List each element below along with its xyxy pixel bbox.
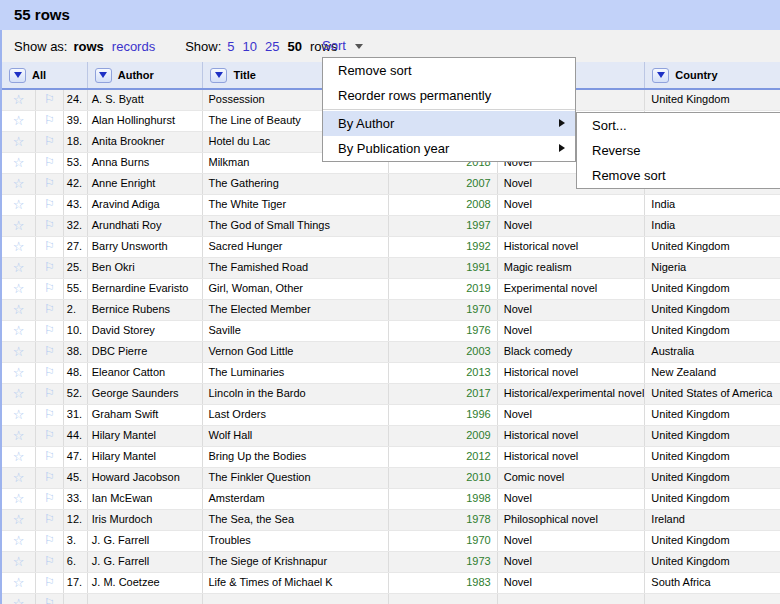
star-icon[interactable]: ☆	[13, 449, 25, 464]
column-dropdown-icon[interactable]	[9, 68, 26, 83]
star-cell[interactable]: ☆	[2, 489, 36, 509]
star-icon[interactable]: ☆	[13, 92, 25, 107]
flag-cell[interactable]: ⚐	[36, 300, 64, 320]
column-dropdown-icon[interactable]	[652, 68, 669, 83]
star-icon[interactable]: ☆	[13, 113, 25, 128]
flag-icon[interactable]: ⚐	[44, 533, 55, 547]
flag-cell[interactable]: ⚐	[36, 363, 64, 383]
star-cell[interactable]: ☆	[2, 594, 36, 604]
star-icon[interactable]: ☆	[13, 176, 25, 191]
star-icon[interactable]: ☆	[13, 281, 25, 296]
star-icon[interactable]: ☆	[13, 575, 25, 590]
star-icon[interactable]: ☆	[13, 239, 25, 254]
star-icon[interactable]: ☆	[13, 197, 25, 212]
star-icon[interactable]: ☆	[13, 428, 25, 443]
star-cell[interactable]: ☆	[2, 552, 36, 572]
star-icon[interactable]: ☆	[13, 491, 25, 506]
menu-item-remove-sort[interactable]: Remove sort	[323, 58, 575, 83]
flag-cell[interactable]: ⚐	[36, 111, 64, 131]
flag-cell[interactable]: ⚐	[36, 90, 64, 110]
flag-icon[interactable]: ⚐	[44, 302, 55, 316]
flag-icon[interactable]: ⚐	[44, 449, 55, 463]
submenu-item-sort[interactable]: Sort...	[577, 113, 780, 138]
submenu-item-reverse[interactable]: Reverse	[577, 138, 780, 163]
star-icon[interactable]: ☆	[13, 407, 25, 422]
flag-cell[interactable]: ⚐	[36, 468, 64, 488]
submenu-item-remove-sort[interactable]: Remove sort	[577, 163, 780, 188]
star-cell[interactable]: ☆	[2, 468, 36, 488]
flag-icon[interactable]: ⚐	[44, 113, 55, 127]
flag-icon[interactable]: ⚐	[44, 323, 55, 337]
star-cell[interactable]: ☆	[2, 195, 36, 215]
star-cell[interactable]: ☆	[2, 174, 36, 194]
flag-cell[interactable]: ⚐	[36, 447, 64, 467]
flag-cell[interactable]: ⚐	[36, 594, 64, 604]
star-cell[interactable]: ☆	[2, 510, 36, 530]
flag-icon[interactable]: ⚐	[44, 176, 55, 190]
star-icon[interactable]: ☆	[13, 344, 25, 359]
star-cell[interactable]: ☆	[2, 405, 36, 425]
flag-icon[interactable]: ⚐	[44, 344, 55, 358]
star-cell[interactable]: ☆	[2, 321, 36, 341]
star-icon[interactable]: ☆	[13, 533, 25, 548]
flag-icon[interactable]: ⚐	[44, 575, 55, 589]
star-cell[interactable]: ☆	[2, 132, 36, 152]
show-as-records-link[interactable]: records	[112, 39, 155, 54]
flag-icon[interactable]: ⚐	[44, 92, 55, 106]
star-cell[interactable]: ☆	[2, 531, 36, 551]
flag-cell[interactable]: ⚐	[36, 342, 64, 362]
star-icon[interactable]: ☆	[13, 218, 25, 233]
star-icon[interactable]: ☆	[13, 554, 25, 569]
star-cell[interactable]: ☆	[2, 342, 36, 362]
flag-cell[interactable]: ⚐	[36, 132, 64, 152]
star-icon[interactable]: ☆	[13, 470, 25, 485]
flag-cell[interactable]: ⚐	[36, 279, 64, 299]
menu-item-by-author[interactable]: By Author	[323, 111, 575, 136]
star-cell[interactable]: ☆	[2, 384, 36, 404]
flag-cell[interactable]: ⚐	[36, 216, 64, 236]
star-cell[interactable]: ☆	[2, 300, 36, 320]
star-icon[interactable]: ☆	[13, 302, 25, 317]
flag-cell[interactable]: ⚐	[36, 195, 64, 215]
star-cell[interactable]: ☆	[2, 258, 36, 278]
star-icon[interactable]: ☆	[13, 155, 25, 170]
star-cell[interactable]: ☆	[2, 447, 36, 467]
star-icon[interactable]: ☆	[13, 365, 25, 380]
star-cell[interactable]: ☆	[2, 216, 36, 236]
star-icon[interactable]: ☆	[13, 596, 25, 604]
star-cell[interactable]: ☆	[2, 153, 36, 173]
flag-icon[interactable]: ⚐	[44, 554, 55, 568]
star-icon[interactable]: ☆	[13, 134, 25, 149]
flag-icon[interactable]: ⚐	[44, 470, 55, 484]
flag-icon[interactable]: ⚐	[44, 365, 55, 379]
star-icon[interactable]: ☆	[13, 386, 25, 401]
star-cell[interactable]: ☆	[2, 279, 36, 299]
page-size-25-link[interactable]: 25	[265, 39, 279, 54]
star-icon[interactable]: ☆	[13, 512, 25, 527]
flag-cell[interactable]: ⚐	[36, 258, 64, 278]
flag-cell[interactable]: ⚐	[36, 174, 64, 194]
menu-item-reorder-rows[interactable]: Reorder rows permanently	[323, 83, 575, 108]
flag-cell[interactable]: ⚐	[36, 321, 64, 341]
flag-cell[interactable]: ⚐	[36, 237, 64, 257]
star-cell[interactable]: ☆	[2, 90, 36, 110]
flag-icon[interactable]: ⚐	[44, 239, 55, 253]
flag-cell[interactable]: ⚐	[36, 573, 64, 593]
flag-icon[interactable]: ⚐	[44, 491, 55, 505]
column-dropdown-icon[interactable]	[210, 68, 227, 83]
flag-cell[interactable]: ⚐	[36, 489, 64, 509]
page-size-5-link[interactable]: 5	[227, 39, 234, 54]
flag-cell[interactable]: ⚐	[36, 531, 64, 551]
flag-icon[interactable]: ⚐	[44, 281, 55, 295]
menu-item-by-publication-year[interactable]: By Publication year	[323, 136, 575, 161]
flag-icon[interactable]: ⚐	[44, 428, 55, 442]
flag-cell[interactable]: ⚐	[36, 153, 64, 173]
star-cell[interactable]: ☆	[2, 111, 36, 131]
star-cell[interactable]: ☆	[2, 573, 36, 593]
flag-cell[interactable]: ⚐	[36, 552, 64, 572]
star-cell[interactable]: ☆	[2, 426, 36, 446]
sort-label[interactable]: Sort	[322, 38, 346, 53]
column-dropdown-icon[interactable]	[95, 68, 112, 83]
star-icon[interactable]: ☆	[13, 323, 25, 338]
page-size-10-link[interactable]: 10	[243, 39, 257, 54]
